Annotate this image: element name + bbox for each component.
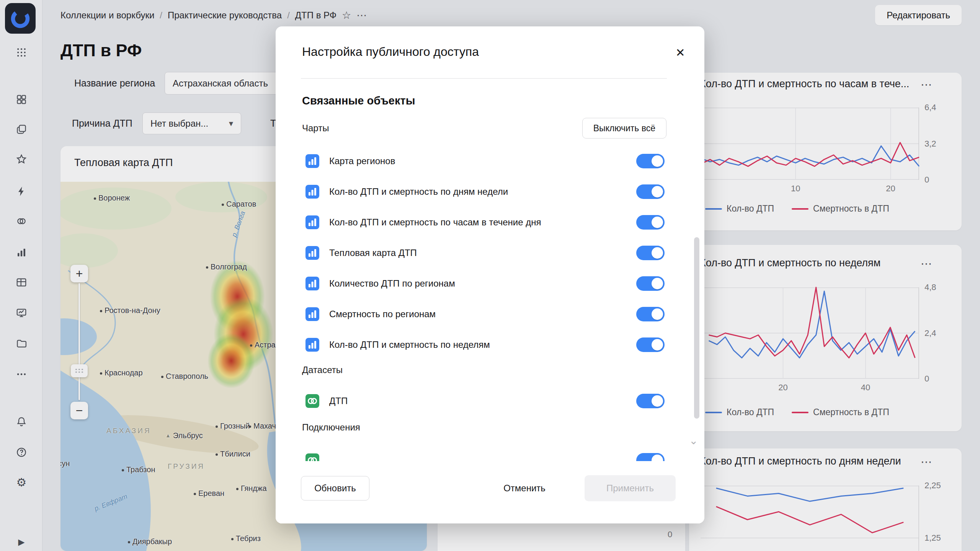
chart-row-label: Тепловая карта ДТП xyxy=(329,248,417,258)
chart-toggle-row: Тепловая карта ДТП xyxy=(305,238,665,268)
chart-object-icon xyxy=(305,185,319,199)
chart-row-label: Кол-во ДТП и смертность по часам в течен… xyxy=(329,217,541,228)
cancel-button[interactable]: Отменить xyxy=(494,476,555,500)
related-objects-title: Связанные объекты xyxy=(302,95,415,107)
chart-toggle-row: Кол-во ДТП и смертность по неделям xyxy=(305,329,665,360)
chart-toggle-row: Карта регионов xyxy=(305,146,665,176)
toggle-switch[interactable] xyxy=(636,337,665,352)
chart-row-label: Кол-во ДТП и смертность по неделям xyxy=(329,339,490,350)
chart-object-icon xyxy=(305,307,319,321)
toggle-switch[interactable] xyxy=(636,453,665,461)
chart-toggle-row: Смертность по регионам xyxy=(305,299,665,329)
modal-scrollbar-thumb[interactable] xyxy=(694,237,699,419)
dataset-object-icon xyxy=(305,394,319,408)
chart-row-label: Смертность по регионам xyxy=(329,309,436,320)
modal-scroll-area[interactable]: Связанные объекты Чарты Выключить всё Ка… xyxy=(276,78,694,461)
chart-row-label: Кол-во ДТП и смертность по дням недели xyxy=(329,186,508,197)
close-icon[interactable]: ✕ xyxy=(672,44,689,61)
modal-footer: Обновить Отменить Применить xyxy=(276,461,704,523)
chart-toggle-row: Количество ДТП по регионам xyxy=(305,268,665,299)
scroll-down-hint-icon: ⌄ xyxy=(689,434,698,447)
toggle-switch[interactable] xyxy=(636,246,665,260)
chart-toggle-row: Кол-во ДТП и смертность по дням недели xyxy=(305,176,665,207)
toggle-switch[interactable] xyxy=(636,394,665,408)
datasets-group-label: Датасеты xyxy=(302,365,343,375)
chart-object-icon xyxy=(305,338,319,352)
public-access-modal: Настройка публичного доступа ✕ Связанные… xyxy=(276,26,704,523)
toggle-switch[interactable] xyxy=(636,276,665,291)
toggle-switch[interactable] xyxy=(636,154,665,168)
dataset-row-label: ДТП xyxy=(329,396,348,406)
chart-object-icon xyxy=(305,215,319,229)
connection-object-icon xyxy=(305,453,319,461)
chart-object-icon xyxy=(305,246,319,260)
update-button[interactable]: Обновить xyxy=(301,476,369,500)
connections-group-label: Подключения xyxy=(302,422,360,433)
toggle-switch[interactable] xyxy=(636,307,665,321)
toggle-switch[interactable] xyxy=(636,215,665,230)
connection-toggle-row xyxy=(305,445,665,461)
chart-object-icon xyxy=(305,154,319,168)
chart-toggle-row: Кол-во ДТП и смертность по часам в течен… xyxy=(305,207,665,238)
chart-row-label: Количество ДТП по регионам xyxy=(329,278,455,289)
modal-title: Настройка публичного доступа xyxy=(302,45,479,59)
apply-button[interactable]: Применить xyxy=(585,475,676,501)
toggle-switch[interactable] xyxy=(636,184,665,199)
charts-group-label: Чарты xyxy=(302,123,329,134)
charts-group-row: Чарты Выключить всё xyxy=(302,117,666,139)
chart-object-icon xyxy=(305,277,319,290)
disable-all-button[interactable]: Выключить всё xyxy=(582,118,666,139)
chart-row-label: Карта регионов xyxy=(329,156,395,166)
dataset-toggle-row: ДТП xyxy=(305,386,665,416)
